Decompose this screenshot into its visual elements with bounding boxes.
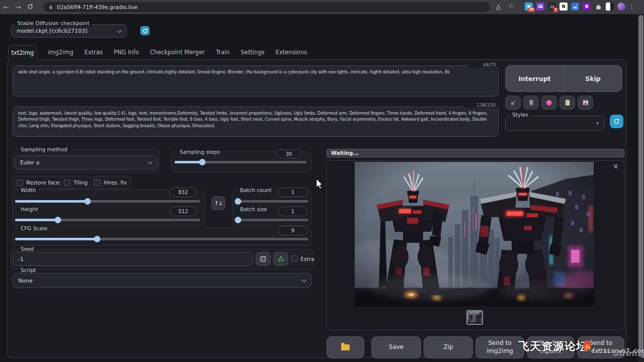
ia-extension-icon[interactable]: IA xyxy=(536,3,544,11)
seed-input[interactable]: -1 xyxy=(13,252,253,266)
recycle-icon xyxy=(277,255,284,262)
generated-image[interactable] xyxy=(355,162,594,307)
profile-avatar[interactable] xyxy=(617,3,625,11)
sampling-method-label: Sampling method xyxy=(19,146,69,152)
script-label: Script xyxy=(19,267,38,273)
trash-icon xyxy=(528,99,535,106)
styles-dropdown[interactable]: ▾ xyxy=(505,116,604,131)
tiling-checkbox[interactable] xyxy=(64,179,70,186)
cfg-scale-slider[interactable] xyxy=(15,238,308,240)
batch-size-label: Batch size xyxy=(238,206,269,212)
onenote-extension-icon[interactable]: N xyxy=(583,3,591,11)
photos-extension-icon[interactable] xyxy=(571,3,579,11)
chevron-down-icon xyxy=(148,159,153,164)
page-scrollbar[interactable] xyxy=(638,14,644,362)
cfg-scale-value[interactable]: 9 xyxy=(278,226,307,235)
prompt-input[interactable]: wide shot angle, a (gundam:0.8) robot st… xyxy=(13,65,499,97)
refresh-checkpoint-button[interactable] xyxy=(140,26,149,35)
batch-size-value[interactable]: 1 xyxy=(278,207,307,216)
save-style-button[interactable] xyxy=(578,96,593,110)
image-preview-panel: × xyxy=(327,160,624,330)
watermark-domain: feitianwu7.com xyxy=(592,347,644,354)
tab-extras[interactable]: Extras xyxy=(79,49,108,56)
prompt-counter: 44/75 xyxy=(468,62,499,67)
chevron-down-icon xyxy=(117,28,122,33)
tab-train[interactable]: Train xyxy=(210,49,235,56)
close-preview-icon[interactable]: × xyxy=(612,163,619,170)
swap-dimensions-button[interactable]: ↑↓ xyxy=(211,196,225,210)
notion-extension-icon[interactable]: N xyxy=(559,3,568,11)
batch-count-label: Batch count xyxy=(238,187,274,193)
progress-status: Waiting... xyxy=(331,150,359,156)
pin-extension-icon[interactable]: 20 xyxy=(525,3,533,11)
sampling-method-dropdown[interactable]: Euler a xyxy=(15,155,157,169)
reuse-seed-button[interactable] xyxy=(273,252,288,266)
height-slider[interactable] xyxy=(15,219,200,221)
batch-size-slider[interactable] xyxy=(236,219,308,221)
read-parameters-button[interactable]: ↙ xyxy=(505,96,521,110)
skip-button[interactable]: Skip xyxy=(564,65,622,92)
height-label: Height xyxy=(19,206,40,212)
random-seed-button[interactable] xyxy=(256,252,271,266)
back-icon[interactable]: ← xyxy=(0,4,12,11)
restore-faces-checkbox[interactable] xyxy=(17,179,23,186)
screen: ← → 02a56ff4-71ff-439e.gradio.live ☆ 20 … xyxy=(0,0,644,362)
scrollbar-thumb[interactable] xyxy=(638,15,643,357)
clear-prompt-button[interactable] xyxy=(523,96,539,110)
negative-prompt-input[interactable]: text, logo, watermark, (worst quality, l… xyxy=(13,107,499,137)
menu-icon[interactable]: ⋮ xyxy=(629,3,635,10)
tab-settings[interactable]: Settings xyxy=(235,49,270,56)
extra-networks-button[interactable] xyxy=(541,96,557,110)
extra-seed-label: Extra xyxy=(300,256,314,262)
extra-seed-checkbox[interactable] xyxy=(291,255,298,262)
hires-fix-checkbox[interactable] xyxy=(94,179,101,186)
script-dropdown[interactable]: None xyxy=(13,273,311,288)
share-icon[interactable] xyxy=(495,3,502,13)
sampling-steps-slider[interactable] xyxy=(175,161,306,163)
checkpoint-dropdown[interactable]: model.ckpt [cc6cb27103] xyxy=(11,24,127,38)
tab-png-info[interactable]: PNG Info xyxy=(108,49,144,56)
refresh-styles-button[interactable] xyxy=(610,115,623,128)
zip-button[interactable]: Zip xyxy=(424,336,473,358)
interrupt-button[interactable]: Interrupt xyxy=(506,65,564,92)
width-slider[interactable] xyxy=(15,200,200,203)
apply-style-button[interactable] xyxy=(559,96,575,110)
tab-extensions[interactable]: Extensions xyxy=(270,49,312,56)
open-folder-button[interactable] xyxy=(327,336,364,358)
tab-img2img[interactable]: img2img xyxy=(42,49,79,56)
tab-checkpoint-merger[interactable]: Checkpoint Merger xyxy=(144,49,210,56)
tiling-option: Tiling xyxy=(60,176,92,189)
browser-toolbar: ← → 02a56ff4-71ff-439e.gradio.live ☆ 20 … xyxy=(0,0,644,14)
arrow-down-left-icon: ↙ xyxy=(510,99,515,106)
screenshot-extension-icon[interactable]: 1 xyxy=(548,3,556,11)
lock-icon xyxy=(48,5,53,10)
width-value[interactable]: 832 xyxy=(170,188,197,197)
folder-icon xyxy=(341,344,350,350)
refresh-icon[interactable] xyxy=(24,4,36,11)
extension-icons: 20 IA 1 N N ⋮ xyxy=(525,3,635,11)
floppy-icon xyxy=(582,99,589,106)
address-bar[interactable]: 02a56ff4-71ff-439e.gradio.live xyxy=(43,2,490,12)
dropdown-arrow-icon: ▾ xyxy=(596,121,599,126)
height-value[interactable]: 512 xyxy=(170,207,197,216)
send-to-img2img-button[interactable]: Send to img2img xyxy=(475,336,524,358)
sampling-method-value: Euler a xyxy=(20,159,148,166)
sampling-steps-value[interactable]: 30 xyxy=(276,149,301,158)
sidebar-extension-icon[interactable] xyxy=(606,3,614,11)
tiling-label: Tiling xyxy=(73,179,88,186)
batch-count-slider[interactable] xyxy=(236,200,308,203)
chevron-down-icon xyxy=(302,278,307,283)
extensions-puzzle-icon[interactable] xyxy=(594,3,602,11)
pin-extension-badge: 20 xyxy=(528,8,535,12)
generation-controls: Interrupt Skip xyxy=(505,65,622,92)
batch-count-value[interactable]: 1 xyxy=(278,188,307,197)
bookmark-star-icon[interactable]: ☆ xyxy=(508,2,514,10)
tab-txt2img[interactable]: txt2img xyxy=(8,45,37,60)
watermark-site-name: 飞天资源论坛 xyxy=(518,339,588,354)
styles-label: Styles xyxy=(510,112,530,118)
save-button[interactable]: Save xyxy=(371,336,421,358)
hires-fix-label: Hires. fix xyxy=(104,179,127,186)
width-label: Width xyxy=(19,187,38,193)
forward-icon[interactable]: → xyxy=(12,4,24,11)
gallery-thumbnail[interactable] xyxy=(466,310,483,325)
